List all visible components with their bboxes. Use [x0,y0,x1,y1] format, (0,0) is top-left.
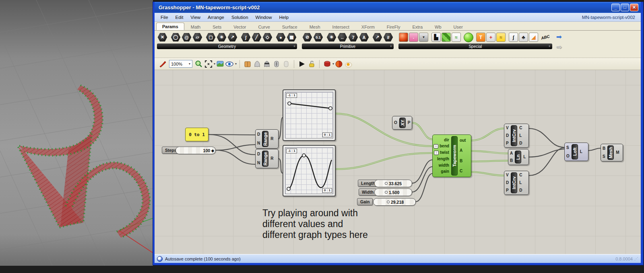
resize-grip[interactable]: ⋰ [634,256,638,261]
menu-file[interactable]: File [157,14,172,21]
forward-arrow-icon[interactable]: ➡ [556,32,562,41]
title-bar[interactable]: Grasshopper - MN-tapeworm-script-v002 _ … [155,2,641,13]
group-expand-icon[interactable]: + [548,44,550,48]
graph-mapper-sine[interactable]: -1 : 1 0 : 1 [283,145,336,196]
steps-slider[interactable]: 100 ◆ [175,147,216,154]
red-sphere-tile[interactable] [399,33,408,42]
spiral-icon[interactable]: @ [182,33,192,42]
tab-firefly[interactable]: FireFly [381,23,406,30]
range-node-1[interactable]: DN Range R [255,129,279,149]
bake-box-icon[interactable] [243,60,252,68]
tab-params[interactable]: Params [156,23,184,30]
domain-icon[interactable]: ↔ [337,33,347,42]
menu-window[interactable]: Window [252,14,276,21]
funnel-tile[interactable]: T [476,33,485,42]
tab-wb[interactable]: Wb [429,23,447,30]
group-label-special[interactable]: Special + [398,43,552,49]
text-icon[interactable]: A [359,33,369,42]
egg-icon[interactable] [344,60,353,68]
line-chart-tile[interactable]: ≈ [452,33,461,42]
vector-icon[interactable]: ↗ [227,33,237,42]
number-icon[interactable]: 0.1 [313,33,323,42]
tab-user[interactable]: User [448,23,469,30]
abc-icon[interactable]: ABC [541,34,550,41]
point-icon[interactable]: ◇ [262,33,272,42]
gain-slider-label[interactable]: Gain [357,198,373,205]
slider-knob-icon[interactable]: ◆ [211,149,214,153]
wire-display-off-icon[interactable] [282,60,291,68]
minimize-button[interactable]: _ [611,4,620,11]
menu-solution[interactable]: Solution [228,14,252,21]
width-slider[interactable]: 1.500 [374,188,412,196]
gain-slider[interactable]: 29.218 [373,198,416,206]
menu-help[interactable]: Help [275,14,292,21]
group-expand-icon[interactable]: + [390,44,392,48]
preview-eye-icon[interactable] [225,60,234,68]
line-node[interactable]: AB Ln L [508,149,529,165]
integer-icon[interactable]: 7 [348,33,358,42]
menu-view[interactable]: View [187,14,204,21]
graph-mapper-linear[interactable]: -1 : 1 0 : 1 [283,89,336,141]
tab-vector[interactable]: Vector [228,23,252,30]
group-expand-icon[interactable]: + [293,44,295,48]
tab-surface[interactable]: Surface [277,23,303,30]
tab-math[interactable]: Math [185,23,206,30]
menu-arrange[interactable]: Arrange [204,14,228,21]
tab-extra[interactable]: Extra [407,23,428,30]
tree-tile[interactable]: ♣ [519,33,528,42]
group-label-geometry[interactable]: Geometry + [157,43,297,49]
area-chart-tile[interactable]: ◢ [529,33,538,42]
slider-knob[interactable] [387,201,390,203]
green-sphere-icon[interactable] [464,33,473,42]
grid-icon[interactable]: # [383,33,393,42]
menu-edit[interactable]: Edit [172,14,187,21]
tab-sets[interactable]: Sets [207,23,227,30]
interpolate-curve-node-2[interactable]: VDP IntCrv CLD [504,171,529,195]
forward-arrow-ghost-icon[interactable]: ⇨ [556,42,562,52]
mesh-face-icon[interactable]: ▦ [287,33,297,42]
rhino-viewport[interactable] [0,0,153,266]
wire-display-icon[interactable] [272,60,281,68]
plane-icon[interactable]: ▱ [192,33,202,42]
slider-knob[interactable] [385,191,388,194]
tab-xform[interactable]: XForm [356,23,380,30]
chevron-down-icon[interactable]: ▾ [235,62,237,66]
close-button[interactable]: ✕ [630,4,638,11]
line-icon[interactable]: ╱ [252,33,262,42]
scribble-tile[interactable]: ≈ [496,33,506,42]
snowflake-icon[interactable]: ✳ [217,33,227,42]
axes-tile[interactable]: + [486,33,495,42]
chevron-down-icon[interactable]: ▾ [214,62,215,66]
button-tile[interactable]: ▼ [419,33,428,42]
tab-mesh[interactable]: Mesh [304,23,326,30]
zoom-icon[interactable] [194,60,203,68]
zoom-extents-icon[interactable] [204,60,213,68]
curve-icon[interactable]: ∫ [241,33,251,42]
ellipse-icon[interactable]: ◯ [171,33,181,42]
cluster-x-icon[interactable]: ✕ [157,33,167,42]
gumball-red-icon[interactable] [323,60,332,68]
sketch-pen-icon[interactable] [158,60,167,68]
xy-plane-node[interactable]: O XY P [392,116,412,130]
group-label-primitive[interactable]: Primitive + [302,43,394,49]
sphere-icon[interactable]: ● [276,33,286,42]
histogram-tile[interactable]: ▙ [431,33,441,42]
curve-graph-tile[interactable]: ∫ [509,33,518,42]
slider-knob[interactable] [385,182,388,185]
hidden-ghost-icon[interactable] [262,60,271,68]
chevron-down-icon[interactable]: ▾ [332,62,334,66]
navigator-map-icon[interactable] [216,60,225,68]
ghost-preview-icon[interactable] [253,60,262,68]
loft-node[interactable]: SO Loft L [564,143,588,161]
tapeworm-node[interactable]: dir ↓bend ↓twist length width gain Tapew… [432,134,471,177]
zoom-level-dropdown[interactable]: 100% ▾ [169,60,192,68]
panel-node[interactable]: 0 to 1 [185,128,208,141]
unlock-icon[interactable] [307,60,316,68]
mesh-node[interactable]: BS Mesh M [601,144,623,161]
tab-curve[interactable]: Curve [252,23,275,30]
maximize-button[interactable]: □ [621,4,629,11]
range-node-2[interactable]: DN Range R [255,149,279,168]
shaded-preview-icon[interactable] [334,60,343,68]
interpolate-curve-node-1[interactable]: VDP IntCrv CLD [504,124,529,148]
shaded-arrow-icon[interactable]: ↗ [372,33,382,42]
